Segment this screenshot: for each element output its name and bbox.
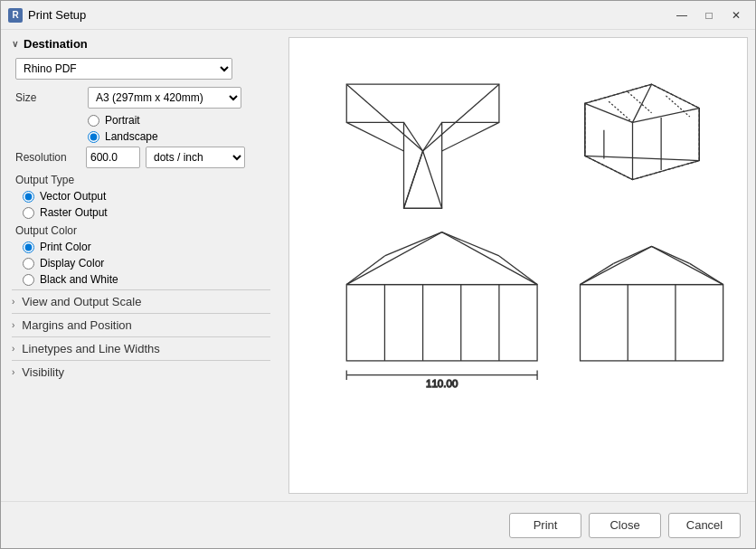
svg-line-11 xyxy=(585,103,633,122)
print-color-option[interactable]: Print Color xyxy=(23,241,270,253)
margins-label: Margins and Position xyxy=(22,318,131,332)
svg-line-42 xyxy=(613,246,651,263)
svg-line-12 xyxy=(633,84,652,122)
raster-output-label: Raster Output xyxy=(40,206,108,219)
svg-line-40 xyxy=(581,263,614,284)
margins-chevron-icon: › xyxy=(12,320,14,330)
svg-line-16 xyxy=(609,101,632,122)
print-button[interactable]: Print xyxy=(509,513,581,538)
view-scale-section[interactable]: › View and Output Scale xyxy=(12,289,270,313)
linetypes-label: Linetypes and Line Widths xyxy=(22,342,159,355)
black-white-option[interactable]: Black and White xyxy=(23,273,270,286)
output-color-label: Output Color xyxy=(15,224,270,237)
svg-text:110.00: 110.00 xyxy=(426,378,458,389)
destination-chevron-icon: ∨ xyxy=(12,39,18,49)
svg-marker-0 xyxy=(346,84,499,208)
svg-line-33 xyxy=(442,232,499,256)
visibility-label: Visibility xyxy=(22,365,64,379)
svg-line-13 xyxy=(633,109,700,123)
maximize-button[interactable]: □ xyxy=(697,5,721,25)
visibility-section[interactable]: › Visibility xyxy=(12,360,270,383)
landscape-label: Landscape xyxy=(105,130,158,143)
resolution-row: Resolution dots / inch dots / cm xyxy=(15,147,270,168)
resolution-unit-select[interactable]: dots / inch dots / cm xyxy=(146,147,245,168)
display-color-label: Display Color xyxy=(40,257,104,270)
landscape-radio[interactable] xyxy=(88,131,99,143)
output-type-label: Output Type xyxy=(15,174,270,186)
preview-area: 110.00 xyxy=(288,37,748,494)
svg-line-21 xyxy=(585,156,700,160)
svg-line-17 xyxy=(628,92,651,113)
destination-content: Rhino PDF Microsoft Print to PDF Size A3… xyxy=(12,58,270,286)
size-row: Size A3 (297mm x 420mm) A4 (210mm x 297m… xyxy=(15,87,270,109)
printer-select[interactable]: Rhino PDF Microsoft Print to PDF xyxy=(15,58,232,80)
margins-section[interactable]: › Margins and Position xyxy=(12,313,270,336)
raster-output-option[interactable]: Raster Output xyxy=(23,206,270,219)
svg-line-41 xyxy=(690,263,723,284)
svg-line-32 xyxy=(384,232,441,256)
display-color-radio[interactable] xyxy=(23,258,34,270)
svg-line-30 xyxy=(346,256,384,285)
main-content: ∨ Destination Rhino PDF Microsoft Print … xyxy=(1,30,755,501)
svg-rect-38 xyxy=(581,285,723,361)
close-button[interactable]: Close xyxy=(589,513,661,538)
print-color-label: Print Color xyxy=(40,241,91,253)
destination-label: Destination xyxy=(24,37,88,51)
vector-output-option[interactable]: Vector Output xyxy=(23,190,270,203)
orientation-group: Portrait Landscape xyxy=(15,114,270,143)
output-color-section: Output Color Print Color Display Color xyxy=(15,224,270,286)
svg-line-9 xyxy=(404,151,423,208)
svg-line-8 xyxy=(423,151,442,208)
portrait-option[interactable]: Portrait xyxy=(88,114,270,127)
svg-marker-25 xyxy=(346,232,537,285)
size-select[interactable]: A3 (297mm x 420mm) A4 (210mm x 297mm) Le… xyxy=(88,87,241,109)
titlebar: R Print Setup — □ ✕ xyxy=(1,1,755,30)
black-white-radio[interactable] xyxy=(23,274,34,286)
portrait-radio[interactable] xyxy=(88,115,99,127)
view-scale-chevron-icon: › xyxy=(12,297,14,307)
svg-marker-39 xyxy=(581,246,723,284)
svg-line-43 xyxy=(652,246,690,263)
svg-line-18 xyxy=(666,96,689,117)
portrait-label: Portrait xyxy=(105,114,140,127)
app-icon: R xyxy=(8,8,23,23)
cancel-button[interactable]: Cancel xyxy=(668,513,741,538)
vector-output-label: Vector Output xyxy=(40,190,106,203)
bottom-bar: Print Close Cancel xyxy=(1,501,755,548)
size-label: Size xyxy=(15,91,88,104)
black-white-label: Black and White xyxy=(40,273,118,286)
window-title: Print Setup xyxy=(28,8,670,22)
window-controls: — □ ✕ xyxy=(670,5,748,25)
display-color-option[interactable]: Display Color xyxy=(23,257,270,270)
svg-line-31 xyxy=(499,256,537,285)
resolution-label: Resolution xyxy=(15,151,80,164)
preview-svg: 110.00 xyxy=(289,38,747,493)
landscape-option[interactable]: Landscape xyxy=(88,130,270,143)
destination-section-header: ∨ Destination xyxy=(12,37,270,51)
print-setup-window: R Print Setup — □ ✕ ∨ Destination Rhino … xyxy=(0,0,756,549)
linetypes-section[interactable]: › Linetypes and Line Widths xyxy=(12,336,270,360)
vector-output-radio[interactable] xyxy=(23,191,34,203)
output-color-group: Print Color Display Color Black and Whit… xyxy=(15,241,270,286)
raster-output-radio[interactable] xyxy=(23,207,34,219)
minimize-button[interactable]: — xyxy=(670,5,694,25)
view-scale-label: View and Output Scale xyxy=(22,295,141,308)
close-window-button[interactable]: ✕ xyxy=(724,5,748,25)
print-color-radio[interactable] xyxy=(23,241,34,253)
output-type-group: Vector Output Raster Output xyxy=(15,190,270,219)
resolution-input[interactable] xyxy=(86,147,140,168)
svg-rect-24 xyxy=(346,285,537,361)
output-type-section: Output Type Vector Output Raster Output xyxy=(15,174,270,219)
linetypes-chevron-icon: › xyxy=(12,344,14,354)
left-panel: ∨ Destination Rhino PDF Microsoft Print … xyxy=(1,30,281,501)
right-panel: 110.00 xyxy=(281,30,755,501)
visibility-chevron-icon: › xyxy=(12,367,14,377)
